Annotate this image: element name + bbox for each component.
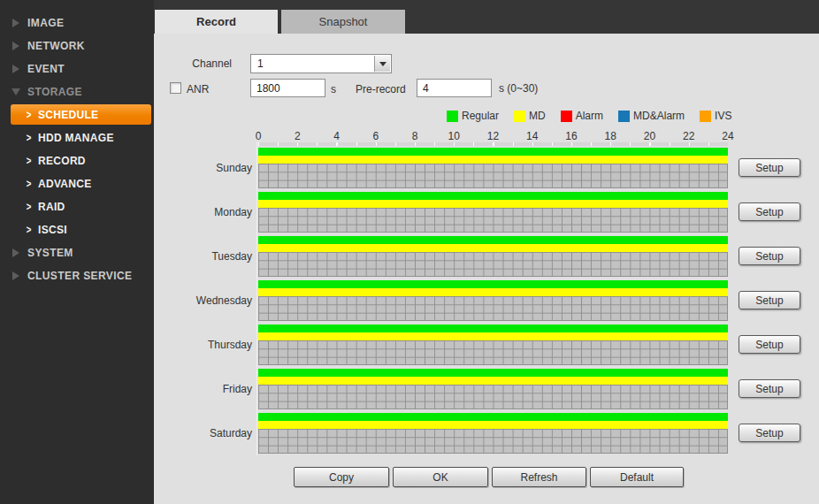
sidebar-item-label: EVENT <box>27 63 65 75</box>
triangle-down-icon <box>11 88 20 95</box>
legend-item-alarm: Alarm <box>561 110 603 122</box>
schedule-row-sunday: SundaySetup <box>0 148 819 192</box>
anr-label: ANR <box>187 83 209 95</box>
setup-button-sunday[interactable]: Setup <box>739 158 800 177</box>
hour-tick-16: 16 <box>565 130 577 142</box>
legend-item-regular: Regular <box>447 110 499 122</box>
tab-snapshot[interactable]: Snapshot <box>281 10 405 34</box>
legend-item-ivs: IVS <box>700 110 731 122</box>
chevron-right-icon: > <box>27 109 32 121</box>
regular-record-bar[interactable] <box>258 236 728 244</box>
day-label-wednesday: Wednesday <box>172 294 252 307</box>
legend-label: MD&Alarm <box>633 110 685 122</box>
sidebar-item-network[interactable]: NETWORK <box>0 34 154 57</box>
md-record-bar[interactable] <box>258 200 728 208</box>
md-record-bar[interactable] <box>258 377 728 385</box>
sidebar-item-label: STORAGE <box>27 86 82 98</box>
prerecord-input[interactable]: 4 <box>417 79 492 97</box>
timeline-track-sunday[interactable] <box>258 148 728 188</box>
setup-button-saturday[interactable]: Setup <box>739 424 800 442</box>
schedule-cells[interactable] <box>258 385 728 409</box>
chevron-down-icon <box>379 62 387 66</box>
anr-duration-input[interactable]: 1800 <box>250 79 325 97</box>
regular-record-bar[interactable] <box>258 280 728 288</box>
legend-item-md: MD <box>514 110 546 122</box>
timeline-track-saturday[interactable] <box>258 413 728 454</box>
default-button[interactable]: Default <box>590 467 684 487</box>
copy-button[interactable]: Copy <box>294 467 389 487</box>
ivs-color-swatch <box>700 111 711 122</box>
tab-record[interactable]: Record <box>155 10 278 34</box>
day-label-monday: Monday <box>172 206 252 218</box>
app-window: IMAGENETWORKEVENTSTORAGE>SCHEDULE>HDD MA… <box>0 0 819 504</box>
md-record-bar[interactable] <box>258 332 728 340</box>
day-label-saturday: Saturday <box>172 427 252 439</box>
regular-record-bar[interactable] <box>258 148 728 156</box>
schedule-cells[interactable] <box>258 429 728 454</box>
ok-button[interactable]: OK <box>393 467 488 487</box>
sidebar-subitem-hdd-manage[interactable]: >HDD MANAGE <box>11 126 151 149</box>
timeline-track-monday[interactable] <box>258 192 728 233</box>
day-label-tuesday: Tuesday <box>172 250 252 263</box>
md-record-bar[interactable] <box>258 421 728 429</box>
schedule-row-wednesday: WednesdaySetup <box>0 280 819 325</box>
sidebar-subitem-label: HDD MANAGE <box>38 132 114 144</box>
triangle-right-icon <box>12 19 19 27</box>
schedule-row-thursday: ThursdaySetup <box>0 325 819 369</box>
setup-button-monday[interactable]: Setup <box>739 202 800 221</box>
md-record-bar[interactable] <box>258 244 728 252</box>
timeline-track-thursday[interactable] <box>258 325 728 365</box>
regular-record-bar[interactable] <box>258 192 728 200</box>
setup-button-friday[interactable]: Setup <box>739 379 800 398</box>
hour-tick-12: 12 <box>487 130 499 142</box>
channel-select[interactable]: 1 <box>250 54 392 73</box>
day-label-friday: Friday <box>172 383 252 395</box>
triangle-right-icon <box>12 65 19 73</box>
legend-label: IVS <box>715 110 731 122</box>
regular-record-bar[interactable] <box>258 369 728 377</box>
regular-record-bar[interactable] <box>258 413 728 421</box>
schedule-row-tuesday: TuesdaySetup <box>0 236 819 280</box>
setup-button-tuesday[interactable]: Setup <box>739 247 800 265</box>
sidebar-subitem-label: SCHEDULE <box>38 109 98 121</box>
schedule-row-monday: MondaySetup <box>0 192 819 236</box>
hour-tick-22: 22 <box>683 130 694 142</box>
legend-label: Alarm <box>576 110 603 122</box>
md-record-bar[interactable] <box>258 156 728 164</box>
day-label-thursday: Thursday <box>172 339 252 351</box>
sidebar-item-label: IMAGE <box>27 17 64 29</box>
channel-label: Channel <box>172 57 232 70</box>
md-color-swatch <box>514 111 525 122</box>
schedule-cells[interactable] <box>258 252 728 277</box>
timeline-hour-ticks: 024681012141618202224 <box>258 130 728 142</box>
sidebar-item-label: NETWORK <box>27 40 85 52</box>
timeline-track-tuesday[interactable] <box>258 236 728 277</box>
md-record-bar[interactable] <box>258 288 728 296</box>
hour-tick-10: 10 <box>448 130 460 142</box>
schedule-row-saturday: SaturdaySetup <box>0 413 819 457</box>
triangle-right-icon <box>12 42 19 50</box>
schedule-cells[interactable] <box>258 340 728 365</box>
regular-color-swatch <box>447 111 458 122</box>
record-type-legend: RegularMDAlarmMD&AlarmIVS <box>447 110 731 122</box>
dropdown-button[interactable] <box>374 56 390 72</box>
sidebar-item-event[interactable]: EVENT <box>0 57 154 80</box>
alarm-color-swatch <box>561 111 572 122</box>
hour-tick-0: 0 <box>256 130 262 142</box>
schedule-row-friday: FridaySetup <box>0 369 819 413</box>
sidebar-subitem-schedule[interactable]: >SCHEDULE <box>11 104 151 125</box>
anr-checkbox[interactable] <box>170 82 181 94</box>
legend-item-md-alarm: MD&Alarm <box>618 110 685 122</box>
sidebar-item-image[interactable]: IMAGE <box>0 11 154 34</box>
refresh-button[interactable]: Refresh <box>492 467 586 487</box>
timeline-track-friday[interactable] <box>258 369 728 409</box>
regular-record-bar[interactable] <box>258 325 728 332</box>
schedule-cells[interactable] <box>258 208 728 233</box>
schedule-cells[interactable] <box>258 164 728 188</box>
schedule-cells[interactable] <box>258 296 728 321</box>
setup-button-wednesday[interactable]: Setup <box>739 291 800 309</box>
sidebar-item-storage[interactable]: STORAGE <box>0 80 154 103</box>
prerecord-label: Pre-record <box>356 83 406 95</box>
setup-button-thursday[interactable]: Setup <box>739 335 800 354</box>
timeline-track-wednesday[interactable] <box>258 280 728 321</box>
